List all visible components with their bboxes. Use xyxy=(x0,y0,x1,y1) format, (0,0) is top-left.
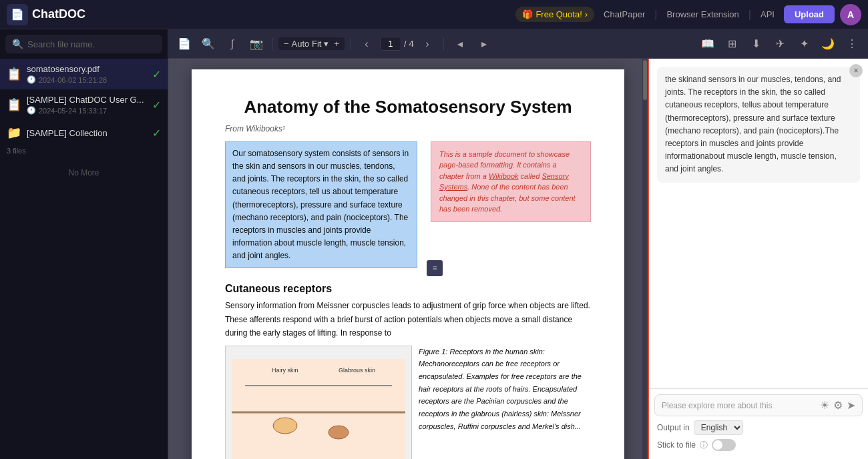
zoom-plus-icon: + xyxy=(334,39,339,49)
file-1-date: 🕐 2024-06-02 15:21:28 xyxy=(27,75,147,84)
logo-area: 📄 ChatDOC xyxy=(7,4,85,25)
ai-button[interactable]: ✦ xyxy=(793,33,815,55)
sidebar-collection[interactable]: 📁 [SAMPLE] Collection ✓ xyxy=(0,120,168,145)
settings-icon[interactable]: ⚙ xyxy=(833,399,843,412)
prev-page-button[interactable]: ‹ xyxy=(356,33,377,55)
file-2-check: ✓ xyxy=(152,99,161,111)
zoom-dropdown-icon: ▾ xyxy=(324,39,329,49)
next-page-button[interactable]: › xyxy=(417,33,438,55)
collection-check: ✓ xyxy=(152,127,161,139)
pdf-wikibooks: From Wikibooks¹ xyxy=(225,124,591,133)
pdf-canvas[interactable]: Anatomy of the Somatosensory System From… xyxy=(168,59,648,459)
main-layout: 🔍 📋 somatosensory.pdf 🕐 2024-06-02 15:21… xyxy=(0,29,868,459)
toolbar-separator xyxy=(272,37,273,51)
svg-text:Glabrous skin: Glabrous skin xyxy=(339,367,375,374)
share-button[interactable]: ✈ xyxy=(769,33,791,55)
zoom-control[interactable]: − Auto Fit ▾ + xyxy=(278,37,345,50)
page-separator: / xyxy=(404,39,407,49)
clock-icon-1: 🕐 xyxy=(27,75,36,84)
promo-arrow-icon: › xyxy=(585,9,588,19)
scrollbar-track[interactable] xyxy=(642,59,648,459)
promo-banner[interactable]: 🎁 Free Quota! › xyxy=(515,7,594,22)
figure-caption: Figure 1: Receptors in the human skin: M… xyxy=(419,346,591,459)
page-number-input[interactable] xyxy=(380,37,401,51)
promo-icon: 🎁 xyxy=(522,9,533,19)
sidebar: 🔍 📋 somatosensory.pdf 🕐 2024-06-02 15:21… xyxy=(0,29,168,459)
pdf-body-text-1: Sensory information from Meissner corpus… xyxy=(225,299,591,340)
stick-to-file-row: Stick to file ⓘ xyxy=(654,436,863,454)
dark-mode-button[interactable]: 🌙 xyxy=(817,33,839,55)
toolbar-separator-2 xyxy=(350,37,351,51)
chat-input-row: ☀ ⚙ ➤ xyxy=(654,394,863,416)
chat-messages: × the skinand sensors in our muscles, te… xyxy=(649,59,868,388)
grid-view-button[interactable]: ⊞ xyxy=(721,33,742,55)
chat-input-area: ☀ ⚙ ➤ Output in English Stick to file xyxy=(649,388,868,459)
chat-panel-inner: × the skinand sensors in our muscles, te… xyxy=(649,59,868,459)
file-1-check: ✓ xyxy=(152,68,161,81)
collection-files-count: 3 files xyxy=(0,145,168,159)
note-italic-text: This is a sample document to showcase pa… xyxy=(439,150,576,213)
send-icon[interactable]: ➤ xyxy=(847,399,855,412)
zoom-label: Auto Fit xyxy=(292,39,322,49)
close-button[interactable]: × xyxy=(849,64,863,77)
upload-button[interactable]: Upload xyxy=(784,5,835,23)
book-view-button[interactable]: 📖 xyxy=(697,33,718,55)
content-area: 📄 🔍 ∫ 📷 − Auto Fit ▾ + ‹ / 4 › ◂ ▸ xyxy=(168,29,868,459)
file-1-title: somatosensory.pdf xyxy=(27,64,147,74)
screenshot-button[interactable]: 📷 xyxy=(246,33,267,55)
svg-rect-0 xyxy=(232,359,405,459)
close-icon: × xyxy=(853,66,858,75)
avatar[interactable]: A xyxy=(840,4,861,25)
page-control: / 4 xyxy=(380,37,414,51)
chatpaper-link[interactable]: ChatPaper xyxy=(600,9,649,19)
folder-icon: 📁 xyxy=(7,125,21,140)
pdf-note-box: This is a sample document to showcase pa… xyxy=(431,141,591,222)
promo-text: Free Quota! xyxy=(535,9,582,19)
brightness-icon[interactable]: ☀ xyxy=(820,399,829,412)
file-2-title: [SAMPLE] ChatDOC User G... xyxy=(27,95,147,105)
app-name: ChatDOC xyxy=(32,7,85,21)
output-language-select[interactable]: English xyxy=(694,420,743,435)
figure-image: Hairy skin Glabrous skin Free nerve endi… xyxy=(225,346,412,459)
pdf-highlight-text[interactable]: Our somatosensory system consists of sen… xyxy=(225,141,417,269)
pdf-page: Anatomy of the Somatosensory System From… xyxy=(192,69,624,459)
pdf-float-row: Our somatosensory system consists of sen… xyxy=(225,141,591,274)
info-icon: ⓘ xyxy=(700,440,708,451)
api-link[interactable]: API xyxy=(756,9,779,19)
skin-diagram: Hairy skin Glabrous skin Free nerve endi… xyxy=(232,359,405,459)
file-view-button[interactable]: 📄 xyxy=(174,33,195,55)
browser-extension-link[interactable]: Browser Extension xyxy=(662,9,742,19)
search-pdf-button[interactable]: 🔍 xyxy=(198,33,219,55)
output-language-row: Output in English xyxy=(654,416,863,436)
app-logo-icon: 📄 xyxy=(7,4,28,25)
pdf-toolbar: 📄 🔍 ∫ 📷 − Auto Fit ▾ + ‹ / 4 › ◂ ▸ xyxy=(168,29,868,59)
pdf-chat-area: Anatomy of the Somatosensory System From… xyxy=(168,59,868,459)
clock-icon-2: 🕐 xyxy=(27,106,36,115)
figure-row: Hairy skin Glabrous skin Free nerve endi… xyxy=(225,346,591,459)
scrollbar-thumb[interactable] xyxy=(643,60,647,100)
formula-button[interactable]: ∫ xyxy=(222,33,243,55)
file-2-content: [SAMPLE] ChatDOC User G... 🕐 2024-05-24 … xyxy=(27,95,147,115)
chat-message: the skinand sensors in our muscles, tend… xyxy=(657,67,860,183)
pdf-section-cutaneous: Cutaneous receptors xyxy=(225,283,591,295)
search-input[interactable] xyxy=(27,39,156,49)
sidebar-search-container: 🔍 xyxy=(5,35,162,53)
file-1-content: somatosensory.pdf 🕐 2024-06-02 15:21:28 xyxy=(27,64,147,84)
chat-input[interactable] xyxy=(662,401,816,410)
more-options-button[interactable]: ⋮ xyxy=(841,33,863,55)
prev-nav-button[interactable]: ◂ xyxy=(449,33,471,55)
stick-toggle[interactable] xyxy=(712,439,736,451)
sidebar-item-file-2[interactable]: 📋 [SAMPLE] ChatDOC User G... 🕐 2024-05-2… xyxy=(0,89,168,120)
top-nav: 📄 ChatDOC 🎁 Free Quota! › ChatPaper | Br… xyxy=(0,0,868,29)
svg-point-6 xyxy=(329,426,349,439)
pdf-icon-1: 📋 xyxy=(7,67,21,81)
toggle-knob xyxy=(713,440,722,450)
svg-text:Hairy skin: Hairy skin xyxy=(272,367,298,374)
collection-title: [SAMPLE] Collection xyxy=(27,128,107,138)
svg-point-5 xyxy=(273,418,297,434)
sidebar-item-file-1[interactable]: 📋 somatosensory.pdf 🕐 2024-06-02 15:21:2… xyxy=(0,59,168,89)
search-icon: 🔍 xyxy=(12,39,23,49)
output-label: Output in xyxy=(657,423,690,432)
download-button[interactable]: ⬇ xyxy=(745,33,767,55)
next-nav-button[interactable]: ▸ xyxy=(473,33,495,55)
